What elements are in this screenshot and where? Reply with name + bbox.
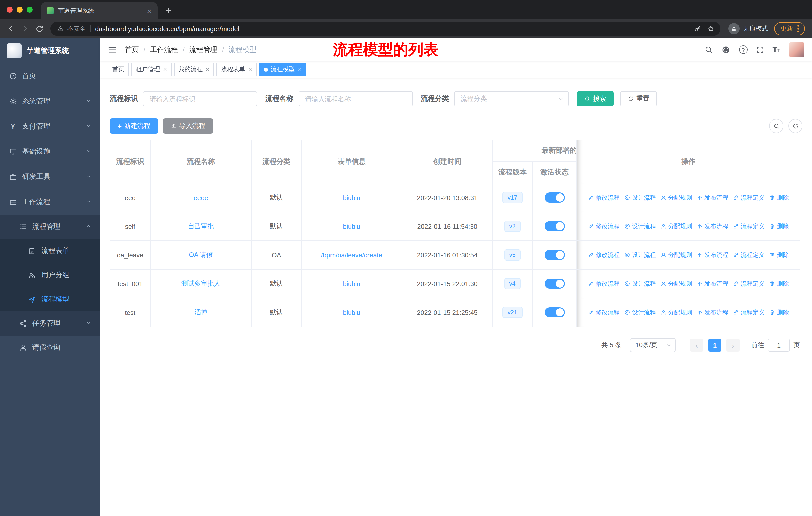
prev-page-button[interactable]: ‹ bbox=[690, 338, 703, 352]
form-info-link[interactable]: biubiu bbox=[343, 194, 360, 201]
minimize-window-button[interactable] bbox=[17, 6, 23, 12]
action-assign-rule[interactable]: 分配规则 bbox=[661, 279, 692, 288]
bookmark-star-icon[interactable] bbox=[704, 22, 717, 35]
sidebar-item-process-model[interactable]: 流程模型 bbox=[0, 287, 100, 311]
action-process-definition[interactable]: 流程定义 bbox=[733, 251, 765, 259]
password-key-icon[interactable] bbox=[691, 22, 704, 35]
close-window-button[interactable] bbox=[6, 6, 12, 12]
action-design-process[interactable]: 设计流程 bbox=[624, 251, 656, 259]
reload-button[interactable] bbox=[32, 22, 46, 36]
form-info-link[interactable]: biubiu bbox=[343, 280, 360, 288]
action-design-process[interactable]: 设计流程 bbox=[624, 279, 656, 288]
action-publish-process[interactable]: 发布流程 bbox=[697, 222, 728, 230]
process-name-link[interactable]: 自己审批 bbox=[188, 222, 214, 230]
browser-update-button[interactable]: 更新 bbox=[774, 22, 805, 35]
sidebar-item-leave-query[interactable]: 请假查询 bbox=[0, 335, 100, 360]
refresh-table-button[interactable] bbox=[788, 119, 803, 133]
active-toggle[interactable] bbox=[545, 250, 564, 260]
action-delete[interactable]: 删除 bbox=[769, 193, 789, 202]
active-toggle[interactable] bbox=[545, 192, 564, 202]
forward-button[interactable] bbox=[18, 22, 32, 36]
action-delete[interactable]: 删除 bbox=[769, 251, 789, 259]
close-icon[interactable]: × bbox=[298, 66, 302, 73]
breadcrumb-home[interactable]: 首页 bbox=[125, 45, 139, 54]
current-page[interactable]: 1 bbox=[708, 338, 721, 352]
tab-tenant-management[interactable]: 租户管理× bbox=[132, 63, 171, 76]
tab-process-model[interactable]: 流程模型× bbox=[259, 63, 306, 76]
tab-close-icon[interactable]: × bbox=[147, 7, 151, 15]
create-process-button[interactable]: + 新建流程 bbox=[110, 118, 158, 134]
close-icon[interactable]: × bbox=[206, 66, 209, 73]
category-select[interactable]: 流程分类 bbox=[454, 91, 569, 106]
action-design-process[interactable]: 设计流程 bbox=[624, 222, 656, 230]
url-bar[interactable]: 不安全 dashboard.yudao.iocoder.cn/bpm/manag… bbox=[50, 22, 720, 36]
action-edit-process[interactable]: 修改流程 bbox=[588, 279, 620, 288]
breadcrumb-workflow[interactable]: 工作流程 bbox=[150, 45, 178, 54]
sidebar-item-task-management[interactable]: 任务管理 bbox=[0, 311, 100, 335]
action-delete[interactable]: 删除 bbox=[769, 308, 789, 317]
process-key-input[interactable] bbox=[143, 91, 257, 106]
action-edit-process[interactable]: 修改流程 bbox=[588, 193, 620, 202]
fullscreen-icon[interactable] bbox=[756, 46, 764, 54]
sidebar-item-infrastructure[interactable]: 基础设施 bbox=[0, 139, 100, 164]
process-name-link[interactable]: OA 请假 bbox=[189, 251, 213, 259]
goto-page-input[interactable] bbox=[768, 338, 790, 352]
sidebar-item-home[interactable]: 首页 bbox=[0, 63, 100, 89]
action-publish-process[interactable]: 发布流程 bbox=[697, 251, 728, 259]
tab-process-form[interactable]: 流程表单× bbox=[216, 63, 257, 76]
action-publish-process[interactable]: 发布流程 bbox=[697, 308, 728, 317]
tab-home[interactable]: 首页 bbox=[108, 63, 129, 76]
back-button[interactable] bbox=[4, 22, 18, 36]
hamburger-icon[interactable] bbox=[108, 45, 117, 54]
process-name-link[interactable]: 滔博 bbox=[194, 308, 207, 316]
sidebar-item-user-group[interactable]: 用户分组 bbox=[0, 263, 100, 287]
sidebar-item-workflow[interactable]: 工作流程 bbox=[0, 189, 100, 215]
action-delete[interactable]: 删除 bbox=[769, 279, 789, 288]
font-size-icon[interactable]: TT bbox=[773, 46, 780, 53]
security-status[interactable]: 不安全 bbox=[57, 24, 86, 33]
search-icon[interactable] bbox=[704, 45, 713, 54]
new-tab-button[interactable]: + bbox=[166, 5, 171, 15]
sidebar-item-process-management[interactable]: 流程管理 bbox=[0, 215, 100, 239]
action-publish-process[interactable]: 发布流程 bbox=[697, 193, 728, 202]
close-icon[interactable]: × bbox=[163, 66, 167, 73]
sidebar-item-dev-tools[interactable]: 研发工具 bbox=[0, 164, 100, 189]
action-design-process[interactable]: 设计流程 bbox=[624, 308, 656, 317]
avatar[interactable] bbox=[789, 42, 805, 57]
action-delete[interactable]: 删除 bbox=[769, 222, 789, 230]
action-process-definition[interactable]: 流程定义 bbox=[733, 193, 765, 202]
action-publish-process[interactable]: 发布流程 bbox=[697, 279, 728, 288]
action-edit-process[interactable]: 修改流程 bbox=[588, 251, 620, 259]
action-design-process[interactable]: 设计流程 bbox=[624, 193, 656, 202]
page-size-select[interactable]: 10条/页 bbox=[630, 338, 675, 352]
action-assign-rule[interactable]: 分配规则 bbox=[661, 251, 692, 259]
tab-my-process[interactable]: 我的流程× bbox=[174, 63, 214, 76]
process-name-link[interactable]: 测试多审批人 bbox=[181, 280, 221, 287]
action-process-definition[interactable]: 流程定义 bbox=[733, 222, 765, 230]
close-icon[interactable]: × bbox=[248, 66, 252, 73]
reset-button[interactable]: 重置 bbox=[620, 91, 657, 106]
sidebar-item-system[interactable]: 系统管理 bbox=[0, 89, 100, 114]
browser-menu-icon[interactable] bbox=[798, 25, 799, 32]
form-info-link[interactable]: /bpm/oa/leave/create bbox=[321, 251, 382, 259]
action-process-definition[interactable]: 流程定义 bbox=[733, 279, 765, 288]
next-page-button[interactable]: › bbox=[726, 338, 740, 352]
active-toggle[interactable] bbox=[545, 307, 564, 318]
action-assign-rule[interactable]: 分配规则 bbox=[661, 193, 692, 202]
github-icon[interactable] bbox=[721, 45, 730, 54]
import-process-button[interactable]: 导入流程 bbox=[163, 118, 213, 134]
action-assign-rule[interactable]: 分配规则 bbox=[661, 308, 692, 317]
process-name-input[interactable] bbox=[298, 91, 413, 106]
maximize-window-button[interactable] bbox=[27, 6, 33, 12]
action-process-definition[interactable]: 流程定义 bbox=[733, 308, 765, 317]
action-edit-process[interactable]: 修改流程 bbox=[588, 222, 620, 230]
action-edit-process[interactable]: 修改流程 bbox=[588, 308, 620, 317]
active-toggle[interactable] bbox=[545, 279, 564, 289]
breadcrumb-process-management[interactable]: 流程管理 bbox=[189, 45, 218, 54]
sidebar-item-payment[interactable]: ¥ 支付管理 bbox=[0, 114, 100, 139]
form-info-link[interactable]: biubiu bbox=[343, 222, 360, 230]
form-info-link[interactable]: biubiu bbox=[343, 309, 360, 316]
sidebar-logo[interactable]: 芋道管理系统 bbox=[0, 38, 100, 63]
browser-tab[interactable]: 芋道管理系统 × bbox=[41, 2, 157, 19]
search-button[interactable]: 搜索 bbox=[577, 91, 614, 106]
